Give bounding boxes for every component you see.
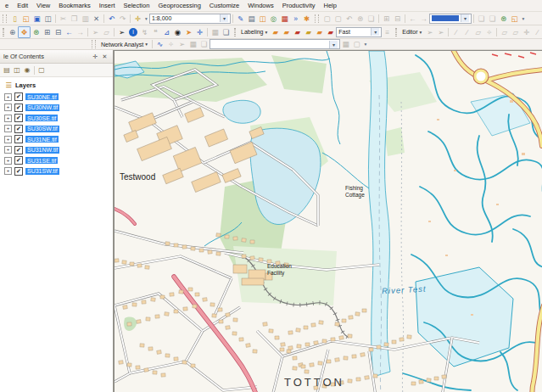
toolbar-grip[interactable] (234, 28, 236, 36)
layer-row[interactable]: +✔SU31SE.tif (3, 155, 113, 166)
copy-icon[interactable]: ❐ (69, 14, 80, 24)
fixed-zoom-in-icon[interactable]: ⊞ (42, 27, 53, 37)
build-network-icon[interactable]: ▦ (340, 39, 351, 49)
expand-icon[interactable]: + (4, 146, 12, 154)
layer-row[interactable]: +✔SU31SW.tif (3, 166, 113, 177)
toolbar-grip[interactable] (395, 28, 397, 36)
directions-icon[interactable]: ❏ (198, 39, 210, 49)
georeferencing-icon-5[interactable]: ❏ (366, 14, 377, 24)
georeferencing-icon-1[interactable]: ▢ (321, 14, 332, 24)
label-manager-icon[interactable]: ▰ (270, 27, 281, 37)
toolbar-overflow-icon[interactable]: ▾ (520, 14, 527, 24)
expand-icon[interactable]: + (4, 93, 12, 101)
layer-checkbox[interactable]: ✔ (14, 92, 23, 101)
georeferencing-icon-3[interactable]: ↶ (344, 14, 355, 24)
delete-icon[interactable]: ✕ (91, 14, 102, 24)
labeling-options-icon[interactable]: ≡ (382, 27, 393, 37)
pause-labeling-icon[interactable]: ▰ (314, 27, 325, 37)
endpoint-arc-icon[interactable]: ∕ (461, 27, 472, 37)
menu-item-windows[interactable]: Windows (243, 1, 277, 10)
layer-checkbox[interactable]: ✔ (14, 146, 23, 154)
layer-name[interactable]: SU30SE.tif (25, 115, 58, 121)
layer-checkbox[interactable]: ✔ (14, 135, 23, 143)
pan-tool-icon[interactable]: ✥ (18, 26, 31, 38)
viewer-window-icon[interactable]: ❏ (221, 27, 232, 37)
network-analyst-window-icon[interactable]: ∿ (154, 39, 165, 49)
full-extent-icon[interactable]: ⊛ (31, 27, 42, 37)
menu-item-selection[interactable]: Selection (120, 1, 154, 10)
toolbar-grip[interactable] (3, 28, 4, 36)
expand-icon[interactable]: + (4, 104, 12, 111)
select-network-location-icon[interactable]: ➢ (176, 39, 187, 49)
menu-item-e[interactable]: e (1, 1, 13, 10)
combo-arrow-icon[interactable]: ▾ (371, 28, 379, 36)
cut-icon[interactable]: ✂ (58, 14, 69, 24)
menu-item-productivity[interactable]: Productivity (278, 1, 320, 10)
label-weight-icon[interactable]: ▰ (292, 27, 303, 37)
close-icon[interactable]: ✕ (100, 52, 109, 61)
layer-checkbox[interactable]: ✔ (14, 125, 23, 133)
layer-name[interactable]: SU30SW.tif (25, 126, 59, 132)
edit-tool-icon[interactable]: ➢ (424, 27, 435, 37)
combo-arrow-icon[interactable]: ▾ (329, 41, 338, 48)
go-back-extent-icon[interactable]: ← (64, 27, 75, 37)
map-scale-combo[interactable]: 1:8,000 ▾ (149, 14, 231, 24)
layer-checkbox[interactable]: ✔ (14, 104, 23, 112)
list-by-drawing-order-icon[interactable]: ▤ (2, 65, 12, 76)
layer-name[interactable]: SU30NE.tif (25, 93, 59, 100)
menu-item-view[interactable]: View (32, 1, 54, 10)
view-unplaced-icon[interactable]: ▰ (325, 27, 336, 37)
layer-name[interactable]: SU31NE.tif (25, 136, 59, 143)
layer-name[interactable]: SU31SW.tif (25, 168, 59, 175)
toolbar-grip[interactable] (3, 14, 7, 23)
html-popup-icon[interactable]: ❝ (150, 27, 161, 37)
label-engine-combo[interactable]: Fast ▾ (336, 27, 382, 37)
export-package-icon[interactable]: ◱ (509, 14, 520, 24)
expand-icon[interactable]: + (4, 136, 12, 143)
add-data-icon[interactable]: ✛ (132, 14, 143, 24)
identify-icon[interactable]: i (129, 28, 137, 36)
hyperlink-icon[interactable]: ↯ (139, 27, 150, 37)
georeferencing-icon-2[interactable]: ▢ (332, 14, 344, 24)
georeferencing-icon-4[interactable]: ⊛ (355, 14, 366, 24)
redo-icon[interactable]: ↷ (117, 14, 128, 24)
layer-checkbox[interactable]: ✔ (14, 167, 23, 176)
select-elements-icon[interactable]: ➢ (116, 27, 127, 37)
search-window-icon[interactable]: ◎ (268, 14, 279, 24)
expand-icon[interactable]: + (4, 157, 12, 165)
zoom-in-icon[interactable]: ⊕ (7, 27, 18, 37)
select-features-icon[interactable]: ➢ (90, 27, 101, 37)
toolbar-overflow-icon[interactable]: ▾ (362, 39, 369, 49)
clear-selection-icon[interactable]: ▱ (101, 27, 112, 37)
zoom-to-layer-icon-2[interactable]: ⊟ (392, 14, 403, 24)
layer-checkbox[interactable]: ✔ (14, 156, 23, 165)
share-package-icon[interactable]: ⊛ (498, 14, 509, 24)
print-icon[interactable]: ◫ (42, 14, 53, 24)
layer-row[interactable]: +✔SU31NW.tif (3, 145, 113, 156)
network-properties-icon[interactable]: ▢ (351, 39, 362, 49)
expand-icon[interactable]: + (4, 125, 12, 132)
network-analyst-menu[interactable]: Network Analyst ▾ (98, 42, 150, 48)
cut-polygons-icon[interactable]: ✛ (521, 27, 532, 37)
trace-icon[interactable]: ▱ (472, 27, 483, 37)
layer-row[interactable]: +✔SU31NE.tif (3, 134, 113, 145)
edit-annotation-icon[interactable]: ➢ (435, 27, 446, 37)
edit-vertices-icon[interactable]: ▱ (499, 27, 510, 37)
layer-name[interactable]: SU31NW.tif (25, 147, 59, 154)
layer-row[interactable]: +✔SU30SE.tif (3, 113, 113, 124)
cell-size-combo[interactable]: ▾ (429, 14, 472, 24)
new-document-icon[interactable]: ▯ (9, 14, 20, 24)
layer-row[interactable]: +✔SU30NW.tif (3, 103, 113, 114)
measure-icon[interactable]: ⊿ (161, 27, 172, 37)
layout-icon-1[interactable]: ❏ (476, 14, 487, 24)
go-to-xy-icon[interactable]: ✛ (194, 27, 205, 37)
layer-checkbox[interactable]: ✔ (14, 114, 23, 122)
menu-item-customize[interactable]: Customize (205, 1, 243, 10)
find-icon[interactable]: ◉ (172, 27, 183, 37)
layer-name[interactable]: SU31SE.tif (25, 157, 58, 164)
toolbar-grip[interactable] (92, 40, 96, 48)
python-window-icon[interactable]: » (290, 14, 301, 24)
point-icon[interactable]: ✧ (483, 27, 495, 37)
expand-icon[interactable]: + (4, 167, 12, 175)
menu-item-geoprocessing[interactable]: Geoprocessing (154, 1, 204, 10)
